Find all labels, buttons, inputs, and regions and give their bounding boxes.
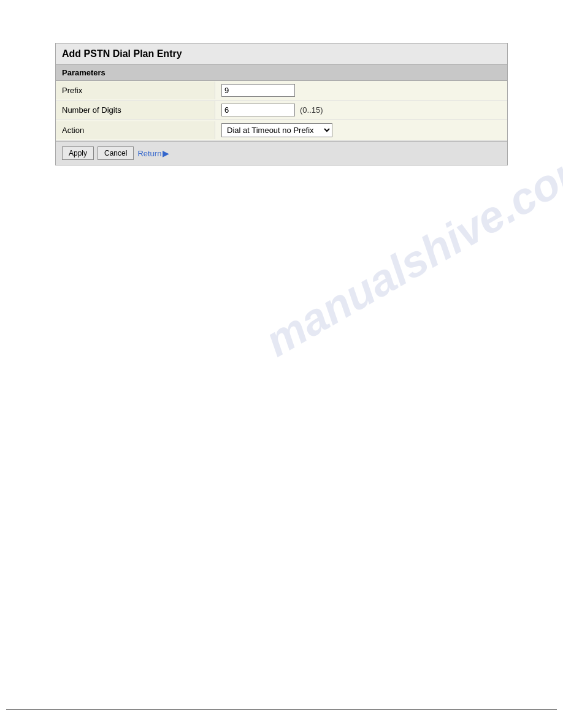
- return-link[interactable]: Return▶: [137, 148, 169, 158]
- number-of-digits-input[interactable]: [221, 104, 295, 116]
- action-label: Action: [56, 121, 215, 139]
- cancel-button[interactable]: Cancel: [98, 146, 134, 160]
- prefix-value-cell: [215, 81, 507, 100]
- buttons-row: Apply Cancel Return▶: [56, 141, 507, 165]
- form-title: Add PSTN Dial Plan Entry: [56, 44, 507, 65]
- number-of-digits-row: Number of Digits (0..15): [56, 100, 507, 120]
- action-value-cell: Dial at Timeout no Prefix Dial Immediate…: [215, 120, 507, 140]
- digits-hint: (0..15): [300, 105, 323, 115]
- return-label: Return: [137, 149, 161, 158]
- action-select[interactable]: Dial at Timeout no Prefix Dial Immediate…: [221, 123, 332, 137]
- form-container: Add PSTN Dial Plan Entry Parameters Pref…: [55, 43, 508, 165]
- apply-button[interactable]: Apply: [62, 146, 94, 160]
- watermark: manualshive.com: [257, 137, 563, 366]
- prefix-label: Prefix: [56, 82, 215, 99]
- number-of-digits-label: Number of Digits: [56, 101, 215, 119]
- prefix-row: Prefix: [56, 81, 507, 100]
- prefix-input[interactable]: [221, 84, 295, 97]
- section-header: Parameters: [56, 65, 507, 81]
- bottom-line: [6, 709, 557, 710]
- return-arrow-icon: ▶: [163, 148, 169, 158]
- number-of-digits-value-cell: (0..15): [215, 100, 507, 119]
- action-row: Action Dial at Timeout no Prefix Dial Im…: [56, 120, 507, 141]
